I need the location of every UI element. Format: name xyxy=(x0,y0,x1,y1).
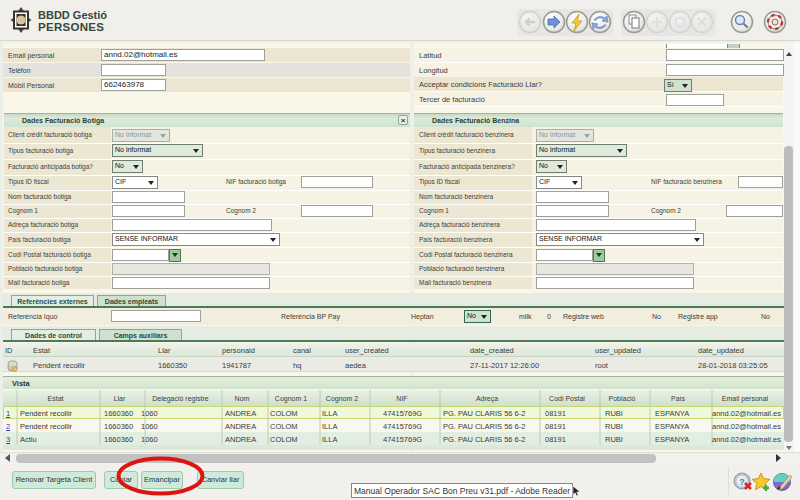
svg-text:?: ? xyxy=(739,477,745,487)
